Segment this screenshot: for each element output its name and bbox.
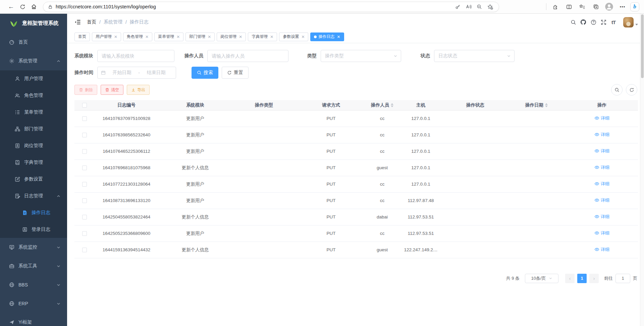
tab-close-icon[interactable]: ✕ — [270, 35, 273, 39]
sidebar-item-role-mgmt[interactable]: 角色管理 — [0, 87, 67, 104]
github-icon[interactable] — [578, 17, 588, 27]
bing-icon[interactable]: b — [630, 2, 639, 11]
font-size-icon[interactable]: tT — [608, 17, 619, 27]
sidebar-item-tools[interactable]: 系统工具 — [0, 257, 67, 275]
tab-user-mgmt[interactable]: 用户管理✕ — [92, 32, 121, 41]
row-checkbox[interactable] — [82, 166, 87, 170]
current-page-button[interactable]: 1 — [577, 274, 587, 283]
sidebar-item-user-mgmt[interactable]: 用户管理 — [0, 70, 67, 87]
page-scrollbar[interactable] — [640, 14, 644, 326]
sort-icon[interactable] — [391, 103, 393, 107]
sidebar-item-monitor[interactable]: 系统监控 — [0, 238, 67, 257]
password-key-icon[interactable] — [452, 2, 463, 11]
detail-link[interactable]: 详细 — [594, 148, 609, 154]
tab-home[interactable]: 首页 — [74, 32, 90, 41]
tab-close-icon[interactable]: ✕ — [208, 35, 211, 39]
browser-refresh-button[interactable] — [17, 1, 28, 12]
tab-dict-mgmt[interactable]: 字典管理✕ — [248, 32, 277, 41]
table-refresh-button[interactable] — [626, 84, 637, 95]
tab-post-mgmt[interactable]: 岗位管理✕ — [217, 32, 246, 41]
col-operator[interactable]: 操作人员 — [366, 100, 398, 110]
sidebar-item-system[interactable]: 系统管理 — [0, 52, 67, 70]
sidebar-item-menu-mgmt[interactable]: 菜单管理 — [0, 104, 67, 121]
detail-link[interactable]: 详细 — [594, 247, 609, 253]
fullscreen-icon[interactable] — [598, 17, 608, 27]
read-aloud-icon[interactable] — [463, 2, 474, 11]
table-search-toggle-button[interactable] — [611, 84, 623, 95]
zoom-out-icon[interactable] — [474, 2, 485, 11]
sidebar-item-bbs[interactable]: BBS — [0, 275, 67, 294]
row-checkbox[interactable] — [82, 198, 87, 203]
select-all-checkbox[interactable] — [82, 103, 87, 108]
tab-dept-mgmt[interactable]: 部门管理✕ — [185, 32, 215, 41]
sidebar-item-login-log[interactable]: 登录日志 — [0, 221, 67, 238]
detail-link[interactable]: 详细 — [594, 197, 609, 203]
tab-role-mgmt[interactable]: 角色管理✕ — [123, 32, 152, 41]
breadcrumb-home[interactable]: 首页 — [87, 19, 96, 25]
header-search-icon[interactable] — [568, 17, 578, 27]
delete-button[interactable]: 删除 — [74, 85, 97, 95]
scrollbar-thumb[interactable] — [641, 14, 644, 78]
reset-button[interactable]: 重置 — [222, 67, 249, 79]
export-button[interactable]: 导出 — [127, 85, 150, 95]
user-avatar[interactable] — [623, 17, 634, 27]
sidebar-item-operation-log[interactable]: 操作日志 — [0, 204, 67, 221]
sidebar-item-dept-mgmt[interactable]: 部门管理 — [0, 121, 67, 137]
tab-menu-mgmt[interactable]: 菜单管理✕ — [154, 32, 183, 41]
row-checkbox[interactable] — [82, 182, 87, 187]
row-checkbox[interactable] — [82, 231, 87, 236]
detail-link[interactable]: 详细 — [594, 165, 609, 171]
tab-close-icon[interactable]: ✕ — [114, 35, 117, 39]
search-button[interactable]: 搜索 — [192, 67, 218, 79]
sidebar-item-param-settings[interactable]: 参数设置 — [0, 171, 67, 188]
row-checkbox[interactable] — [82, 116, 87, 121]
browser-back-button[interactable]: ← — [5, 1, 17, 12]
tab-close-icon[interactable]: ✕ — [337, 35, 340, 39]
tab-close-icon[interactable]: ✕ — [301, 35, 305, 39]
split-screen-icon[interactable] — [563, 1, 575, 12]
sort-icon[interactable] — [545, 103, 548, 107]
row-checkbox[interactable] — [82, 215, 87, 219]
sidebar-item-log-mgmt[interactable]: 日志管理 — [0, 188, 67, 204]
tab-close-icon[interactable]: ✕ — [145, 35, 149, 39]
row-checkbox[interactable] — [82, 133, 87, 137]
tab-close-icon[interactable]: ✕ — [176, 35, 180, 39]
type-select[interactable]: 操作类型 — [321, 50, 401, 62]
date-range-input[interactable]: 开始日期 - 结束日期 — [97, 67, 176, 79]
help-icon[interactable] — [588, 17, 598, 27]
col-date[interactable]: 操作日期 — [507, 100, 566, 110]
page-size-select[interactable]: 10条/页 — [525, 274, 558, 283]
row-checkbox[interactable] — [82, 248, 87, 252]
clear-button[interactable]: 清空 — [101, 85, 123, 95]
detail-link[interactable]: 详细 — [594, 132, 609, 138]
tab-operation-log[interactable]: 操作日志✕ — [310, 32, 344, 41]
detail-link[interactable]: 详细 — [594, 214, 609, 220]
favorite-add-icon[interactable] — [485, 2, 495, 11]
favorites-bar-icon[interactable] — [577, 1, 588, 12]
module-input[interactable] — [97, 50, 174, 62]
detail-link[interactable]: 详细 — [594, 181, 609, 187]
tab-param-settings[interactable]: 参数设置✕ — [279, 32, 308, 41]
collections-icon[interactable] — [590, 1, 601, 12]
address-bar[interactable]: https://ccnetcore.com:1101/system/log/op… — [43, 2, 499, 12]
browser-profile-avatar[interactable] — [603, 1, 615, 12]
sidebar-item-yi-framework[interactable]: Yi框架 — [0, 313, 67, 326]
goto-page-input[interactable] — [615, 274, 630, 283]
tab-close-icon[interactable]: ✕ — [239, 35, 242, 39]
extensions-icon[interactable] — [550, 1, 561, 12]
sidebar-item-erp[interactable]: ERP — [0, 294, 67, 313]
next-page-button[interactable]: › — [589, 274, 599, 283]
detail-link[interactable]: 详细 — [594, 230, 609, 236]
detail-link[interactable]: 详细 — [594, 115, 609, 121]
browser-home-button[interactable] — [28, 1, 40, 12]
operator-input[interactable] — [207, 50, 288, 62]
prev-page-button[interactable]: ‹ — [565, 274, 575, 283]
sidebar-item-dict-mgmt[interactable]: 字典管理 — [0, 154, 67, 171]
sidebar-item-home[interactable]: 首页 — [0, 33, 67, 52]
sidebar-collapse-icon[interactable] — [74, 19, 81, 25]
status-select[interactable]: 日志状态 — [434, 50, 515, 62]
avatar-caret-icon[interactable] — [635, 24, 638, 25]
sidebar-item-post-mgmt[interactable]: 岗位管理 — [0, 137, 67, 154]
row-checkbox[interactable] — [82, 149, 87, 154]
browser-more-icon[interactable]: ••• — [617, 1, 628, 12]
